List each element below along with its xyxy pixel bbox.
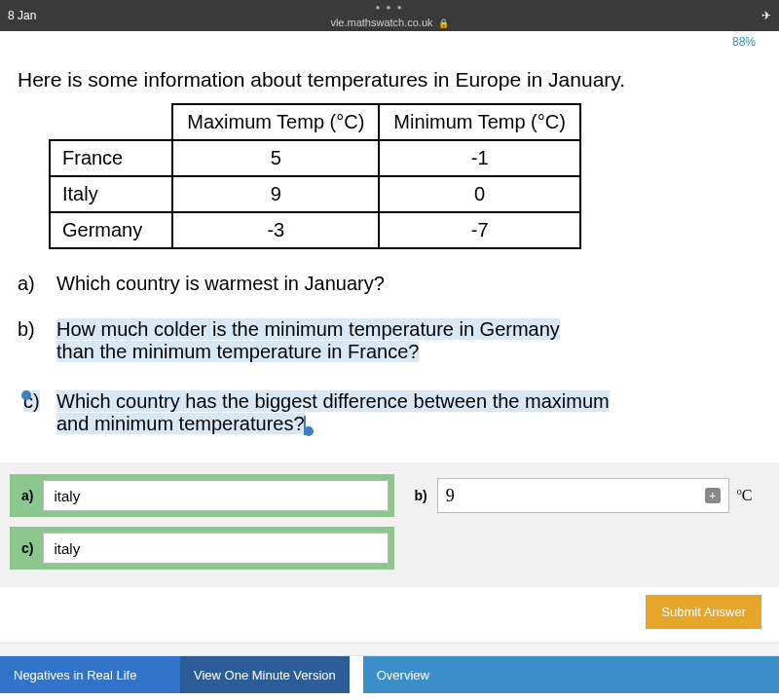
ipad-status-bar: 8 Jan ● ● ● vle.mathswatch.co.uk 🔒 ✈ [0, 0, 779, 31]
battery-row: 88% [0, 31, 779, 49]
table-cell-country: France [50, 140, 172, 176]
answer-label: a) [21, 488, 33, 503]
answer-c-input[interactable] [43, 533, 389, 564]
table-row: Italy 9 0 [50, 176, 580, 212]
view-one-minute-button[interactable]: View One Minute Version [180, 656, 350, 693]
answer-b-unit: oC [737, 486, 753, 504]
battery-percent: 88% [732, 35, 756, 49]
intro-text: Here is some information about temperatu… [18, 68, 761, 92]
table-blank-header [50, 104, 172, 140]
temperature-table: Maximum Temp (°C) Minimum Temp (°C) Fran… [49, 103, 581, 249]
table-cell-country: Germany [50, 212, 172, 248]
overview-button[interactable]: Overview [363, 656, 779, 693]
table-cell-max: -3 [172, 212, 379, 248]
question-label: b) [18, 318, 56, 363]
answer-a-group: a) [10, 474, 394, 517]
nav-gap [350, 656, 363, 693]
selection-handle-icon[interactable] [21, 390, 31, 400]
question-label: a) [18, 273, 56, 295]
table-cell-max: 9 [172, 176, 379, 212]
question-text: Which country is warmest in January? [56, 273, 404, 295]
answer-b-group: b) 9 + oC [414, 474, 752, 517]
question-content: Here is some information about temperatu… [0, 49, 779, 445]
question-text: Which country has the biggest difference… [56, 390, 629, 435]
table-header-min: Minimum Temp (°C) [379, 104, 580, 140]
answer-label: c) [21, 540, 33, 556]
status-date: 8 Jan [8, 9, 36, 22]
table-cell-min: -1 [379, 140, 580, 176]
answer-b-value: 9 [446, 486, 705, 506]
tab-dots-icon: ● ● ● [376, 3, 404, 12]
table-cell-min: -7 [379, 212, 580, 248]
browser-url: vle.mathswatch.co.uk 🔒 [330, 17, 448, 28]
submit-row: Submit Answer [0, 587, 779, 643]
question-label: c) [18, 390, 56, 435]
table-row: France 5 -1 [50, 140, 580, 176]
answer-area: a) b) 9 + oC c) [0, 462, 779, 587]
answer-label: b) [414, 488, 427, 503]
question-a: a) Which country is warmest in January? [18, 273, 761, 295]
plus-icon[interactable]: + [705, 488, 721, 503]
bottom-nav-bar: Negatives in Real Life View One Minute V… [0, 656, 779, 693]
question-text: How much colder is the minimum temperatu… [56, 318, 579, 363]
selection-handle-icon[interactable] [304, 426, 314, 436]
answer-b-input[interactable]: 9 + [437, 478, 729, 513]
answer-c-group: c) [10, 527, 394, 570]
table-row: Germany -3 -7 [50, 212, 580, 248]
answer-a-input[interactable] [43, 480, 389, 511]
table-cell-max: 5 [172, 140, 379, 176]
table-header-max: Maximum Temp (°C) [172, 104, 379, 140]
section-divider [0, 643, 779, 656]
lock-icon: 🔒 [438, 18, 449, 28]
submit-answer-button[interactable]: Submit Answer [646, 595, 761, 629]
airplane-mode-icon: ✈ [761, 9, 771, 22]
table-cell-country: Italy [50, 176, 172, 212]
topic-button[interactable]: Negatives in Real Life [0, 656, 180, 693]
table-cell-min: 0 [379, 176, 580, 212]
question-b: b) How much colder is the minimum temper… [18, 318, 761, 363]
question-c: c) Which country has the biggest differe… [18, 390, 761, 435]
